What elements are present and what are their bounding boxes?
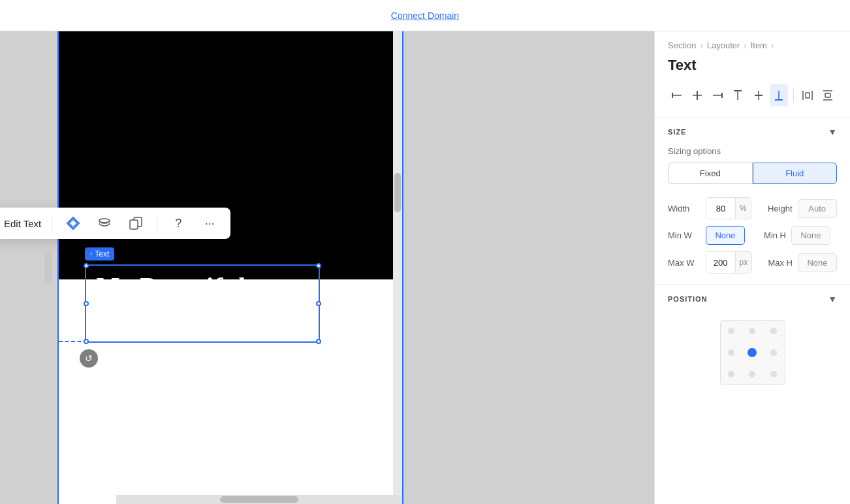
handle-bottom-right[interactable] — [316, 339, 321, 344]
black-section: − + — [59, 31, 402, 279]
position-visual — [655, 313, 850, 392]
width-height-row: Width % Height Auto — [668, 197, 837, 219]
toolbar-help-icon[interactable]: ? — [168, 213, 189, 234]
pos-tc[interactable] — [749, 328, 755, 334]
max-w-input[interactable] — [706, 252, 735, 273]
fluid-button[interactable]: Fluid — [753, 163, 838, 184]
width-input-group: % — [706, 197, 751, 219]
height-label: Height — [757, 204, 793, 213]
connect-domain-button[interactable]: Connect Domain — [391, 10, 459, 21]
align-right-button[interactable] — [709, 84, 727, 106]
pos-mc[interactable] — [748, 348, 757, 357]
text-element-area: ‹ Text My Beautiful Website ↺ — [85, 247, 320, 436]
canvas-area: − + ‹ Text — [0, 31, 654, 504]
pos-tr[interactable] — [770, 328, 777, 334]
svg-rect-19 — [806, 93, 810, 98]
right-panel: Section › Layouter › Item › Text — [654, 31, 850, 504]
text-badge[interactable]: ‹ Text — [85, 247, 114, 260]
toolbar-more-icon[interactable]: ··· — [199, 213, 220, 234]
position-grid — [720, 320, 785, 385]
handle-middle-right[interactable] — [316, 301, 321, 306]
min-h-value: None — [791, 226, 830, 245]
pos-tl[interactable] — [728, 328, 734, 334]
max-h-value: None — [798, 253, 837, 272]
max-h-label: Max H — [757, 258, 793, 268]
pos-br[interactable] — [770, 371, 777, 377]
position-section-header[interactable]: POSITION ▼ — [655, 285, 850, 313]
align-left-button[interactable] — [668, 84, 685, 106]
toolbar-stack-icon[interactable] — [94, 213, 115, 234]
top-bar: Connect Domain — [0, 0, 850, 31]
breadcrumb-sep-3: › — [771, 40, 774, 50]
breadcrumb-layouter[interactable]: Layouter — [707, 40, 740, 50]
edit-text-button[interactable]: Edit Text — [4, 218, 41, 229]
distribute-v-button[interactable] — [819, 84, 837, 106]
size-toggle: Fixed Fluid — [668, 163, 837, 184]
pos-mr[interactable] — [770, 349, 777, 356]
handle-middle-left[interactable] — [84, 301, 89, 306]
handle-bottom-left[interactable] — [84, 339, 89, 344]
min-w-value[interactable]: None — [706, 226, 745, 245]
scroll-thumb-vertical[interactable] — [394, 173, 401, 212]
left-sidebar-handle[interactable] — [44, 251, 52, 284]
fixed-button[interactable]: Fixed — [668, 163, 753, 184]
width-input[interactable] — [706, 198, 735, 219]
text-badge-arrow: ‹ — [90, 250, 92, 257]
sizing-options: Sizing options Fixed Fluid Width % Heigh… — [655, 146, 850, 284]
align-divider — [793, 87, 794, 103]
toolbar-diamond-icon[interactable] — [63, 213, 84, 234]
handle-top-left[interactable] — [84, 263, 89, 268]
toolbar-copy-icon[interactable] — [125, 213, 146, 234]
max-w-unit: px — [735, 252, 752, 273]
pos-bc[interactable] — [749, 371, 755, 377]
min-w-label: Min W — [668, 230, 700, 240]
distribute-h-button[interactable] — [798, 84, 816, 106]
main-layout: − + ‹ Text — [0, 31, 850, 504]
scroll-track-horizontal — [116, 495, 403, 504]
panel-title: Text — [655, 54, 850, 84]
align-bottom-button[interactable] — [770, 84, 787, 106]
handle-top-right[interactable] — [316, 263, 321, 268]
breadcrumb-section[interactable]: Section — [668, 40, 696, 50]
scroll-track-vertical — [393, 31, 402, 504]
breadcrumb: Section › Layouter › Item › — [655, 31, 850, 54]
pos-ml[interactable] — [728, 349, 734, 356]
scroll-thumb-horizontal[interactable] — [220, 496, 298, 503]
svg-rect-4 — [130, 220, 138, 229]
align-middle-v-button[interactable] — [749, 84, 767, 106]
sizing-options-label: Sizing options — [668, 146, 837, 156]
alignment-row — [655, 84, 850, 118]
position-chevron-icon: ▼ — [828, 294, 837, 304]
width-label: Width — [668, 204, 700, 213]
size-section-label: SIZE — [668, 128, 686, 136]
selected-text-box[interactable]: My Beautiful Website ↺ — [85, 264, 320, 343]
width-unit: % — [735, 198, 751, 219]
size-section-header[interactable]: SIZE ▼ — [655, 118, 850, 146]
position-section-label: POSITION — [668, 295, 708, 303]
align-top-button[interactable] — [729, 84, 747, 106]
pos-bl[interactable] — [728, 371, 734, 377]
rotate-handle[interactable]: ↺ — [80, 349, 98, 368]
text-badge-label: Text — [95, 249, 109, 259]
toolbar-popup: Edit Text — [0, 208, 230, 239]
website-text: My Beautiful Website — [94, 271, 311, 337]
position-section: POSITION ▼ — [655, 284, 850, 392]
max-row: Max W px Max H None — [668, 251, 837, 274]
website-preview: − + ‹ Text — [57, 31, 403, 504]
size-chevron-icon: ▼ — [828, 127, 837, 137]
max-w-label: Max W — [668, 258, 700, 268]
breadcrumb-item[interactable]: Item — [751, 40, 767, 50]
min-h-label: Min H — [750, 230, 786, 240]
align-center-h-button[interactable] — [688, 84, 706, 106]
breadcrumb-sep-2: › — [744, 40, 746, 50]
breadcrumb-sep-1: › — [700, 40, 702, 50]
min-row: Min W None Min H None — [668, 226, 837, 245]
height-value: Auto — [798, 199, 837, 218]
size-fields: Width % Height Auto Min W None Min H Non… — [668, 197, 837, 274]
toolbar-divider-2 — [157, 215, 157, 231]
svg-rect-22 — [825, 93, 830, 97]
toolbar-divider-1 — [52, 215, 52, 231]
max-w-input-group: px — [706, 251, 752, 274]
